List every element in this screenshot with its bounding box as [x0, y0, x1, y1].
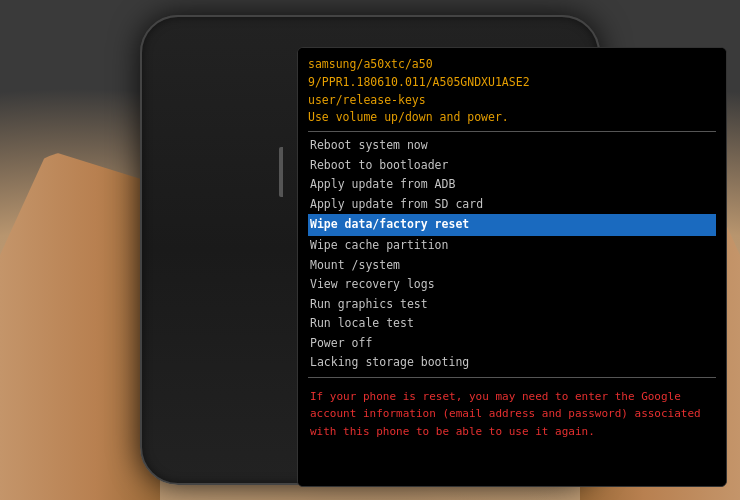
menu-item-graphics-test[interactable]: Run graphics test	[308, 295, 716, 315]
menu-item-lacking-storage[interactable]: Lacking storage booting	[308, 353, 716, 373]
divider-top	[308, 131, 716, 132]
menu-item-locale-test[interactable]: Run locale test	[308, 314, 716, 334]
menu-item-power-off[interactable]: Power off	[308, 334, 716, 354]
volume-button	[279, 147, 283, 197]
hand-left	[0, 150, 160, 500]
divider-bottom	[308, 377, 716, 378]
screen-content: samsung/a50xtc/a50 9/PPR1.180610.011/A50…	[298, 48, 726, 486]
device-info: samsung/a50xtc/a50 9/PPR1.180610.011/A50…	[308, 56, 716, 127]
model-line1: samsung/a50xtc/a50	[308, 56, 716, 74]
menu-item-wipe-cache[interactable]: Wipe cache partition	[308, 236, 716, 256]
menu-item-apply-adb[interactable]: Apply update from ADB	[308, 175, 716, 195]
model-line3: user/release-keys	[308, 92, 716, 110]
menu-item-view-logs[interactable]: View recovery logs	[308, 275, 716, 295]
menu-item-apply-sd[interactable]: Apply update from SD card	[308, 195, 716, 215]
phone-screen: samsung/a50xtc/a50 9/PPR1.180610.011/A50…	[297, 47, 727, 487]
recovery-menu: Reboot system now Reboot to bootloader A…	[308, 136, 716, 373]
menu-item-reboot-bootloader[interactable]: Reboot to bootloader	[308, 156, 716, 176]
menu-item-reboot-system[interactable]: Reboot system now	[308, 136, 716, 156]
model-line2: 9/PPR1.180610.011/A505GNDXU1ASE2	[308, 74, 716, 92]
menu-item-wipe-data[interactable]: Wipe data/factory reset	[308, 214, 716, 236]
warning-message: If your phone is reset, you may need to …	[308, 386, 716, 443]
phone-device: samsung/a50xtc/a50 9/PPR1.180610.011/A50…	[140, 15, 600, 485]
instruction: Use volume up/down and power.	[308, 109, 716, 127]
scene: samsung/a50xtc/a50 9/PPR1.180610.011/A50…	[0, 0, 740, 500]
menu-item-mount-system[interactable]: Mount /system	[308, 256, 716, 276]
